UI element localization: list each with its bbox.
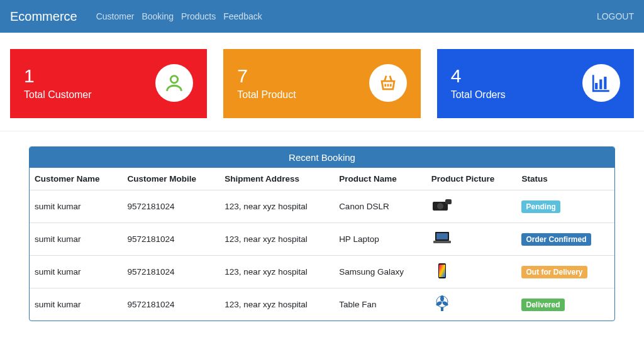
nav-link-feedback[interactable]: Feedback xyxy=(223,11,262,21)
table-row: sumit kumar9572181024123, near xyz hospi… xyxy=(30,190,614,223)
card-total-orders[interactable]: 4 Total Orders xyxy=(437,49,634,118)
laptop-icon xyxy=(431,229,453,247)
cell-shipment-address: 123, near xyz hospital xyxy=(219,256,334,288)
col-shipment-address: Shipment Address xyxy=(219,168,334,190)
booking-table: Customer Name Customer Mobile Shipment A… xyxy=(30,168,614,321)
col-customer-name: Customer Name xyxy=(30,168,122,190)
nav-link-products[interactable]: Products xyxy=(181,11,216,21)
cell-status: Order Confirmed xyxy=(516,223,614,256)
cell-product-picture xyxy=(426,190,517,223)
svg-rect-6 xyxy=(445,199,452,204)
cell-product-name: Canon DSLR xyxy=(334,190,426,223)
svg-point-5 xyxy=(437,203,443,209)
svg-rect-9 xyxy=(433,241,451,243)
cell-customer-name: sumit kumar xyxy=(30,223,122,256)
status-badge: Out for Delivery xyxy=(521,266,587,278)
recent-booking-section: Recent Booking Customer Name Customer Mo… xyxy=(0,131,644,340)
basket-icon xyxy=(369,64,407,102)
nav-links: Customer Booking Products Feedback xyxy=(96,11,597,21)
cell-customer-mobile: 9572181024 xyxy=(122,288,219,321)
card-label: Total Orders xyxy=(451,89,506,101)
card-total-customer[interactable]: 1 Total Customer xyxy=(10,49,207,118)
camera-icon xyxy=(431,197,453,214)
phone-icon xyxy=(431,262,453,280)
table-row: sumit kumar9572181024123, near xyz hospi… xyxy=(30,256,614,288)
nav-link-customer[interactable]: Customer xyxy=(96,11,135,21)
bar-chart-icon xyxy=(582,64,620,102)
card-label: Total Product xyxy=(237,89,296,101)
card-value: 7 xyxy=(237,65,296,87)
cell-shipment-address: 123, near xyz hospital xyxy=(219,223,334,256)
col-status: Status xyxy=(516,168,614,190)
user-icon xyxy=(155,64,193,102)
status-badge: Order Confirmed xyxy=(521,233,591,246)
cell-product-name: HP Laptop xyxy=(334,223,426,256)
cell-product-picture xyxy=(426,256,517,288)
svg-rect-8 xyxy=(436,233,448,239)
col-product-picture: Product Picture xyxy=(426,168,517,190)
cell-product-name: Table Fan xyxy=(334,288,426,321)
card-content: 7 Total Product xyxy=(237,65,296,101)
svg-rect-16 xyxy=(441,307,443,311)
navbar: Ecommerce Customer Booking Products Feed… xyxy=(0,0,644,33)
card-content: 1 Total Customer xyxy=(24,65,92,101)
col-customer-mobile: Customer Mobile xyxy=(122,168,219,190)
nav-link-booking[interactable]: Booking xyxy=(142,11,174,21)
table-row: sumit kumar9572181024123, near xyz hospi… xyxy=(30,288,614,321)
svg-point-0 xyxy=(171,76,178,83)
cell-product-picture xyxy=(426,288,517,321)
svg-rect-3 xyxy=(604,77,606,89)
card-total-product[interactable]: 7 Total Product xyxy=(223,49,420,118)
card-content: 4 Total Orders xyxy=(451,65,506,101)
table-row: sumit kumar9572181024123, near xyz hospi… xyxy=(30,223,614,256)
cell-customer-mobile: 9572181024 xyxy=(122,223,219,256)
cell-status: Delivered xyxy=(516,288,614,321)
svg-rect-2 xyxy=(599,79,602,89)
brand[interactable]: Ecommerce xyxy=(10,9,77,24)
svg-point-13 xyxy=(440,295,444,302)
panel-title: Recent Booking xyxy=(30,147,614,168)
cell-product-name: Samsung Galaxy xyxy=(334,256,426,288)
col-product-name: Product Name xyxy=(334,168,426,190)
cell-shipment-address: 123, near xyz hospital xyxy=(219,288,334,321)
logout-link[interactable]: LOGOUT xyxy=(597,11,634,21)
status-badge: Pending xyxy=(521,200,560,213)
fan-icon xyxy=(431,295,453,312)
cell-status: Pending xyxy=(516,190,614,223)
card-label: Total Customer xyxy=(24,89,92,101)
cell-customer-name: sumit kumar xyxy=(30,256,122,288)
recent-booking-panel: Recent Booking Customer Name Customer Mo… xyxy=(29,146,615,321)
cell-customer-name: sumit kumar xyxy=(30,190,122,223)
cell-customer-name: sumit kumar xyxy=(30,288,122,321)
table-header-row: Customer Name Customer Mobile Shipment A… xyxy=(30,168,614,190)
cell-customer-mobile: 9572181024 xyxy=(122,190,219,223)
card-value: 1 xyxy=(24,65,92,87)
card-value: 4 xyxy=(451,65,506,87)
svg-rect-11 xyxy=(439,265,445,277)
cell-customer-mobile: 9572181024 xyxy=(122,256,219,288)
cell-product-picture xyxy=(426,223,517,256)
stat-cards: 1 Total Customer 7 Total Product 4 Total… xyxy=(0,33,644,131)
cell-shipment-address: 123, near xyz hospital xyxy=(219,190,334,223)
cell-status: Out for Delivery xyxy=(516,256,614,288)
svg-rect-1 xyxy=(595,83,597,89)
status-badge: Delivered xyxy=(521,299,564,311)
